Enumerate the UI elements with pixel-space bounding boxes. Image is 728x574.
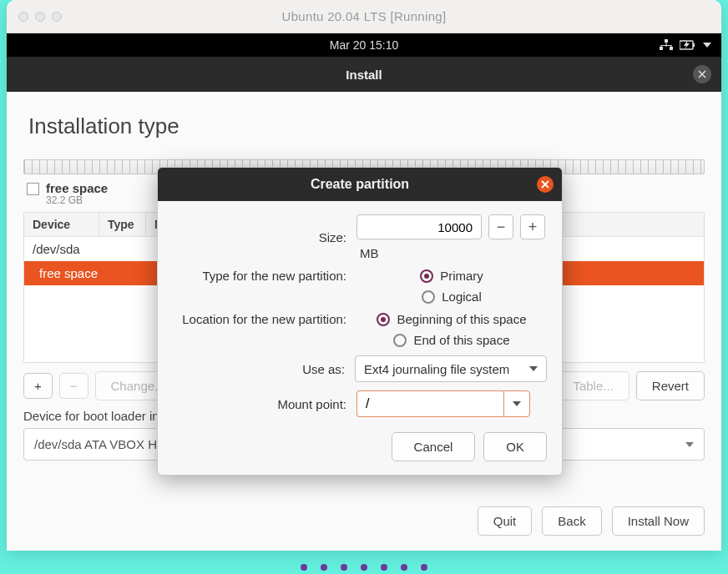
type-primary-radio[interactable]: Primary: [420, 269, 483, 283]
size-row: Size: − + MB: [173, 214, 547, 260]
traffic-light-close-icon[interactable]: [18, 12, 28, 22]
footer-actions: Quit Back Install Now: [478, 506, 705, 536]
mac-traffic-lights: [18, 12, 62, 22]
useas-control: Ext4 journaling file system: [355, 355, 547, 382]
partition-table-button[interactable]: Table...: [557, 371, 629, 400]
col-device[interactable]: Device: [24, 213, 99, 236]
pager-dot: [401, 564, 407, 571]
dialog-title: Create partition: [311, 177, 409, 192]
install-now-button[interactable]: Install Now: [612, 506, 705, 536]
useas-value: Ext4 journaling file system: [364, 362, 509, 376]
vm-titlebar: Ubuntu 20.04 LTS [Running]: [7, 0, 721, 33]
radio-label: End of this space: [413, 333, 509, 347]
topbar-status-icons[interactable]: [660, 39, 711, 51]
radio-icon: [422, 290, 435, 304]
radio-icon: [420, 269, 433, 283]
size-decrement-button[interactable]: −: [488, 214, 513, 239]
location-end-radio[interactable]: End of this space: [393, 333, 509, 347]
installer-title: Install: [346, 68, 382, 82]
cancel-button[interactable]: Cancel: [392, 432, 476, 461]
mount-combo: [356, 390, 530, 417]
create-partition-dialog: Create partition Size: − + MB Type for t…: [157, 167, 563, 476]
mount-control: [356, 390, 547, 417]
mount-label: Mount point:: [173, 397, 356, 411]
radio-label: Beginning of this space: [397, 312, 526, 326]
dialog-body: Size: − + MB Type for the new partition:…: [158, 201, 562, 475]
location-options: Beginning of this space End of this spac…: [356, 312, 547, 347]
svg-rect-3: [666, 43, 667, 47]
svg-rect-6: [671, 45, 672, 48]
dialog-close-icon[interactable]: [537, 176, 554, 193]
svg-rect-4: [661, 45, 672, 46]
remove-partition-button[interactable]: −: [59, 373, 88, 399]
size-increment-button[interactable]: +: [520, 214, 545, 239]
traffic-light-minimize-icon[interactable]: [35, 12, 45, 22]
page-title: Installation type: [23, 92, 705, 159]
type-row: Type for the new partition: Primary Logi…: [173, 269, 547, 304]
size-input[interactable]: [356, 214, 482, 239]
revert-button[interactable]: Revert: [636, 371, 705, 400]
mount-input[interactable]: [356, 390, 503, 417]
mount-dropdown-button[interactable]: [503, 390, 530, 417]
free-space-size: 32.2 GB: [46, 195, 108, 207]
ok-button[interactable]: OK: [483, 432, 547, 461]
pager-dot: [361, 564, 367, 571]
location-begin-radio[interactable]: Beginning of this space: [377, 312, 526, 326]
pager-dot: [421, 564, 427, 571]
size-control: − + MB: [356, 214, 547, 260]
svg-rect-5: [661, 45, 662, 48]
pager-dot: [321, 564, 327, 571]
host-pager-dots: [0, 564, 728, 571]
network-icon: [660, 39, 673, 51]
topbar-clock: Mar 20 15:10: [330, 38, 399, 52]
free-space-name: free space: [46, 181, 108, 195]
radio-label: Primary: [440, 269, 483, 283]
ubuntu-topbar: Mar 20 15:10: [7, 33, 721, 57]
location-row: Location for the new partition: Beginnin…: [173, 312, 547, 347]
location-label: Location for the new partition:: [173, 312, 356, 326]
radio-icon: [377, 313, 390, 326]
pager-dot: [341, 564, 347, 571]
size-label: Size:: [173, 230, 356, 244]
quit-button[interactable]: Quit: [478, 506, 533, 536]
free-space-text: free space 32.2 GB: [46, 181, 108, 207]
col-type[interactable]: Type: [99, 213, 146, 236]
useas-label: Use as:: [173, 362, 355, 376]
back-button[interactable]: Back: [542, 506, 601, 536]
radio-icon: [393, 334, 407, 347]
vm-window-title: Ubuntu 20.04 LTS [Running]: [7, 9, 721, 23]
size-unit: MB: [360, 246, 379, 260]
chevron-down-icon: [529, 366, 538, 371]
type-label: Type for the new partition:: [173, 269, 356, 283]
useas-row: Use as: Ext4 journaling file system: [173, 355, 547, 382]
chevron-down-icon: [703, 43, 711, 48]
svg-rect-8: [693, 43, 695, 47]
dialog-titlebar: Create partition: [158, 168, 562, 201]
dialog-actions: Cancel OK: [173, 425, 547, 463]
installer-titlebar: Install: [7, 57, 721, 92]
installer-close-icon[interactable]: [693, 65, 711, 83]
battery-icon: [680, 40, 696, 50]
type-options: Primary Logical: [356, 269, 547, 304]
svg-marker-9: [684, 41, 690, 49]
pager-dot: [381, 564, 387, 571]
traffic-light-zoom-icon[interactable]: [52, 12, 62, 22]
type-logical-radio[interactable]: Logical: [422, 290, 482, 304]
chevron-down-icon: [513, 401, 521, 406]
chevron-down-icon: [685, 442, 694, 447]
useas-select[interactable]: Ext4 journaling file system: [355, 355, 547, 382]
pager-dot: [301, 564, 307, 571]
mount-row: Mount point:: [173, 390, 547, 417]
free-space-checkbox[interactable]: [27, 183, 39, 195]
svg-rect-0: [665, 39, 668, 43]
add-partition-button[interactable]: +: [23, 373, 53, 399]
radio-label: Logical: [442, 290, 482, 304]
